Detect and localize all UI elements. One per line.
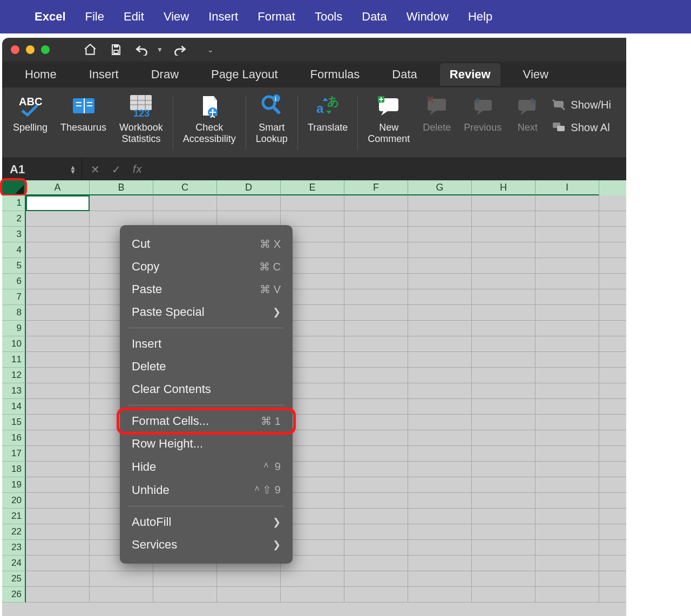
cell[interactable] [153, 211, 217, 227]
cell[interactable] [26, 571, 90, 587]
app-name[interactable]: Excel [35, 10, 66, 24]
column-header[interactable]: I [536, 180, 599, 195]
undo-icon[interactable] [133, 44, 151, 56]
cell[interactable] [408, 368, 472, 383]
cell[interactable] [472, 399, 536, 415]
cell[interactable] [472, 509, 536, 524]
cell[interactable] [344, 587, 408, 603]
menu-help[interactable]: Help [468, 10, 492, 24]
cell[interactable] [344, 556, 408, 571]
column-header[interactable]: G [408, 180, 472, 195]
column-header[interactable]: H [472, 180, 536, 195]
cell[interactable] [26, 430, 90, 446]
row-header[interactable]: 18 [2, 462, 26, 477]
cell[interactable] [344, 211, 408, 227]
show-all-comments-button[interactable]: Show Al [551, 121, 611, 134]
fx-icon[interactable]: fx [133, 163, 143, 175]
row-header[interactable]: 4 [2, 242, 26, 258]
cell[interactable] [536, 509, 599, 524]
cell[interactable] [344, 227, 408, 242]
ctx-cut[interactable]: Cut ⌘ X [120, 233, 293, 255]
cell[interactable] [536, 556, 599, 571]
zoom-window-button[interactable] [41, 45, 50, 54]
cell[interactable] [26, 493, 90, 509]
tab-pagelayout[interactable]: Page Layout [201, 63, 288, 86]
cell[interactable] [536, 321, 599, 336]
cell[interactable] [472, 305, 536, 321]
menu-insert[interactable]: Insert [208, 10, 238, 24]
smart-lookup-button[interactable]: i Smart Lookup [249, 93, 294, 158]
menu-format[interactable]: Format [258, 10, 295, 24]
redo-icon[interactable] [171, 44, 189, 56]
cell[interactable] [344, 524, 408, 540]
column-header[interactable]: C [153, 180, 217, 195]
cell[interactable] [344, 289, 408, 305]
cell[interactable] [26, 368, 90, 383]
cell[interactable] [472, 571, 536, 587]
cell[interactable] [281, 211, 344, 227]
row-header[interactable]: 9 [2, 321, 26, 336]
cell[interactable] [472, 415, 536, 430]
name-box[interactable]: A1 ▲▼ [2, 158, 82, 180]
menu-file[interactable]: File [85, 10, 104, 24]
menu-tools[interactable]: Tools [315, 10, 342, 24]
cell[interactable] [472, 274, 536, 289]
cell[interactable] [217, 587, 281, 603]
menu-view[interactable]: View [164, 10, 189, 24]
cell[interactable] [26, 289, 90, 305]
cell[interactable] [26, 305, 90, 321]
cell[interactable] [472, 587, 536, 603]
show-hide-comment-button[interactable]: Show/Hi [551, 98, 611, 111]
cell[interactable] [344, 305, 408, 321]
spelling-button[interactable]: ABC Spelling [6, 93, 54, 158]
cell[interactable] [536, 462, 599, 477]
cell[interactable] [408, 336, 472, 352]
row-header[interactable]: 6 [2, 274, 26, 289]
cell[interactable] [536, 571, 599, 587]
row-header[interactable]: 22 [2, 524, 26, 540]
cell[interactable] [90, 195, 153, 211]
cell[interactable] [90, 211, 153, 227]
ctx-paste-special[interactable]: Paste Special ❯ [120, 301, 293, 323]
row-header[interactable]: 20 [2, 493, 26, 509]
cell[interactable] [344, 195, 408, 211]
cell[interactable] [536, 242, 599, 258]
cell[interactable] [536, 587, 599, 603]
cell[interactable] [408, 540, 472, 556]
cell[interactable] [408, 415, 472, 430]
cell[interactable] [408, 211, 472, 227]
ctx-format-cells[interactable]: Format Cells... ⌘ 1 [120, 410, 293, 432]
cell[interactable] [153, 571, 217, 587]
cell[interactable] [536, 493, 599, 509]
cell[interactable] [472, 211, 536, 227]
cell[interactable] [26, 195, 90, 211]
tab-insert[interactable]: Insert [79, 63, 128, 86]
cell[interactable] [472, 289, 536, 305]
cell[interactable] [344, 368, 408, 383]
cancel-formula-icon[interactable]: ✕ [91, 163, 100, 176]
tab-draw[interactable]: Draw [141, 63, 188, 86]
cell[interactable] [408, 352, 472, 368]
cell[interactable] [344, 274, 408, 289]
row-header[interactable]: 24 [2, 556, 26, 571]
cell[interactable] [408, 446, 472, 462]
cell[interactable] [536, 274, 599, 289]
cell[interactable] [472, 446, 536, 462]
cell[interactable] [408, 399, 472, 415]
menu-data[interactable]: Data [362, 10, 387, 24]
row-header[interactable]: 11 [2, 352, 26, 368]
cell[interactable] [344, 383, 408, 399]
cell[interactable] [344, 540, 408, 556]
cell[interactable] [26, 587, 90, 603]
cell[interactable] [408, 587, 472, 603]
cell[interactable] [408, 556, 472, 571]
cell[interactable] [472, 383, 536, 399]
delete-comment-button[interactable]: Delete [416, 93, 457, 158]
cell[interactable] [26, 383, 90, 399]
row-header[interactable]: 10 [2, 336, 26, 352]
cell[interactable] [536, 305, 599, 321]
cell[interactable] [26, 556, 90, 571]
ctx-row-height[interactable]: Row Height... [120, 432, 293, 455]
cell[interactable] [153, 195, 217, 211]
cell[interactable] [536, 289, 599, 305]
